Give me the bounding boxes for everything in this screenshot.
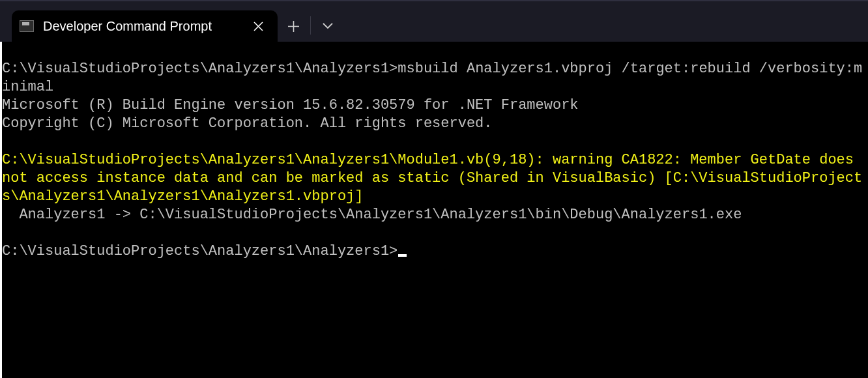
terminal-area[interactable]: C:\VisualStudioProjects\Analyzers1\Analy…	[0, 42, 868, 378]
cursor	[398, 254, 407, 257]
terminal-content: C:\VisualStudioProjects\Analyzers1\Analy…	[2, 60, 868, 261]
close-tab-button[interactable]	[249, 17, 267, 35]
prompt-path: C:\VisualStudioProjects\Analyzers1\Analy…	[2, 61, 398, 77]
tab-title: Developer Command Prompt	[43, 19, 240, 34]
plus-icon	[288, 21, 299, 32]
output-line: Microsoft (R) Build Engine version 15.6.…	[2, 96, 863, 115]
toolbar-divider	[310, 16, 311, 35]
tab-dropdown-button[interactable]	[312, 10, 343, 42]
cmd-icon	[20, 20, 34, 32]
output-line: Copyright (C) Microsoft Corporation. All…	[2, 115, 863, 133]
close-icon	[253, 22, 263, 31]
terminal-tab[interactable]: Developer Command Prompt	[12, 10, 278, 42]
prompt-path: C:\VisualStudioProjects\Analyzers1\Analy…	[2, 243, 398, 259]
new-tab-button[interactable]	[278, 10, 309, 42]
title-bar: Developer Command Prompt	[0, 0, 868, 42]
warning-line: C:\VisualStudioProjects\Analyzers1\Analy…	[2, 151, 863, 206]
chevron-down-icon	[323, 23, 333, 29]
output-line: Analyzers1 -> C:\VisualStudioProjects\An…	[2, 206, 863, 224]
